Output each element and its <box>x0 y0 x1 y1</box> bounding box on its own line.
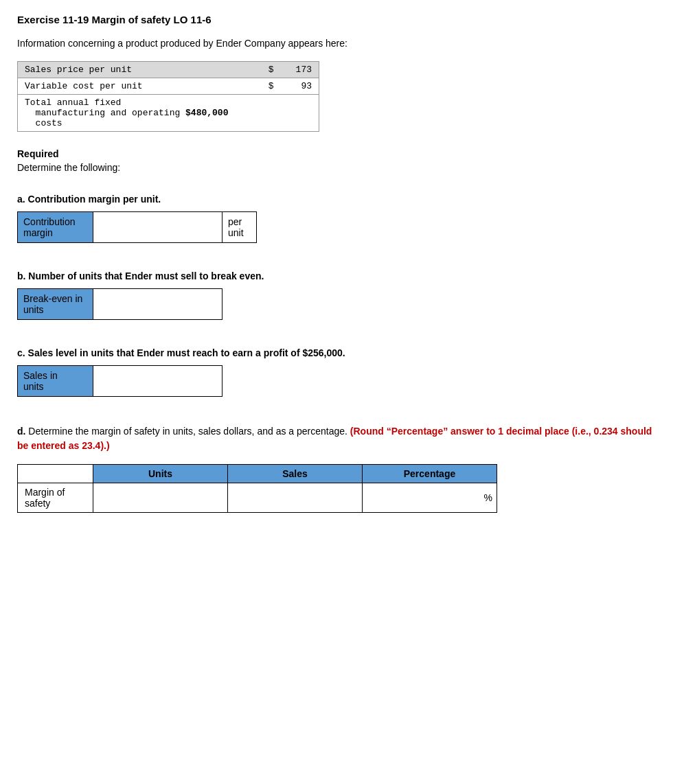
mos-header-sales: Sales <box>228 465 363 483</box>
mos-header-percentage: Percentage <box>363 465 497 483</box>
break-even-input[interactable] <box>98 299 218 310</box>
question-d-section: d. Determine the margin of safety in uni… <box>17 424 656 513</box>
per-unit-label: perunit <box>223 212 257 243</box>
mos-sales-input[interactable] <box>235 492 355 503</box>
required-label: Required <box>17 148 656 159</box>
break-even-table: Break-even inunits <box>17 288 223 320</box>
mos-percentage-input[interactable] <box>376 492 483 503</box>
sales-price-label: Sales price per unit <box>18 62 264 78</box>
contribution-margin-input-cell[interactable] <box>93 212 223 243</box>
page-title: Exercise 11-19 Margin of safety LO 11-6 <box>17 14 656 25</box>
table-row-fixed: Total annual fixed manufacturing and ope… <box>18 95 319 132</box>
mos-units-cell[interactable] <box>93 483 228 513</box>
mos-sales-cell[interactable] <box>228 483 363 513</box>
table-row-sales: Sales price per unit $ 173 <box>18 62 319 78</box>
contribution-margin-table: Contributionmargin perunit <box>17 211 257 243</box>
data-table: Sales price per unit $ 173 Variable cost… <box>17 61 319 132</box>
required-section: Required Determine the following: <box>17 148 656 173</box>
sales-units-input-cell[interactable] <box>93 366 223 397</box>
sales-price-value: 173 <box>278 62 319 78</box>
break-even-input-cell[interactable] <box>93 289 223 320</box>
question-d-label: d. Determine the margin of safety in uni… <box>17 424 656 453</box>
question-a-label: a. Contribution margin per unit. <box>17 194 656 205</box>
question-b-section: b. Number of units that Ender must sell … <box>17 270 656 320</box>
question-b-label: b. Number of units that Ender must sell … <box>17 270 656 281</box>
sales-in-units-label: Sales inunits <box>18 366 93 397</box>
contribution-margin-label: Contributionmargin <box>18 212 93 243</box>
break-even-label: Break-even inunits <box>18 289 93 320</box>
margin-of-safety-row-label: Margin ofsafety <box>18 483 93 513</box>
determine-text: Determine the following: <box>17 162 656 173</box>
mos-header-empty <box>18 465 93 483</box>
variable-cost-value: 93 <box>278 78 319 95</box>
intro-text: Information concerning a product produce… <box>17 38 656 49</box>
variable-cost-label: Variable cost per unit <box>18 78 264 95</box>
percentage-symbol: % <box>484 492 492 503</box>
mos-data-row: Margin ofsafety % <box>18 483 497 513</box>
question-c-label: c. Sales level in units that Ender must … <box>17 347 656 358</box>
sales-units-input[interactable] <box>98 376 218 387</box>
fixed-cost-label: Total annual fixed manufacturing and ope… <box>25 97 228 128</box>
variable-cost-symbol: $ <box>264 78 278 95</box>
mos-percentage-cell[interactable]: % <box>363 483 497 513</box>
question-c-section: c. Sales level in units that Ender must … <box>17 347 656 397</box>
table-row-variable: Variable cost per unit $ 93 <box>18 78 319 95</box>
contribution-margin-input[interactable] <box>98 222 218 233</box>
sales-units-table: Sales inunits <box>17 365 223 397</box>
question-a-section: a. Contribution margin per unit. Contrib… <box>17 194 656 243</box>
mos-header-units: Units <box>93 465 228 483</box>
margin-of-safety-table: Units Sales Percentage Margin ofsafety % <box>17 464 497 513</box>
mos-header-row: Units Sales Percentage <box>18 465 497 483</box>
mos-units-input[interactable] <box>100 492 220 503</box>
sales-price-symbol: $ <box>264 62 278 78</box>
